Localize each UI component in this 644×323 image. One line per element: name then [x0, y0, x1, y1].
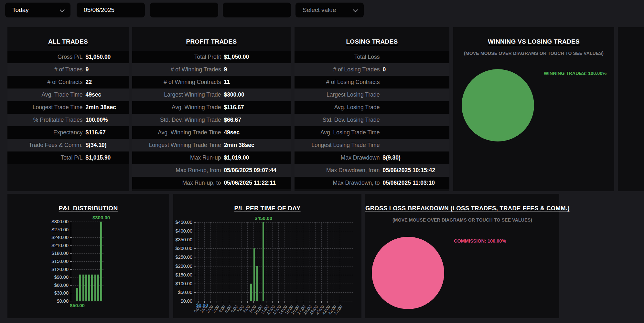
stat-row: Largest Winning Trade$300.00	[132, 89, 291, 101]
stat-row-value: 05/06/2025 11:03:10	[382, 180, 449, 186]
gridline	[195, 248, 353, 249]
stat-row: # of Contracts22	[7, 76, 129, 89]
y-tick-label: $60.00	[43, 283, 69, 288]
pnl-bar[interactable]	[76, 288, 78, 301]
stat-row: Avg. Trade Time49sec	[7, 89, 129, 101]
y-tick-label: $350.00	[166, 237, 192, 242]
stat-row-label: Total P/L	[7, 154, 83, 161]
pnl-bar[interactable]	[91, 275, 93, 301]
chevron-down-icon	[353, 7, 358, 13]
gridline	[195, 231, 353, 231]
gridline	[71, 237, 103, 238]
x-tick	[229, 301, 229, 303]
gridline	[266, 222, 266, 301]
x-tick	[315, 301, 316, 303]
stat-row-label: Longest Trade Time	[7, 104, 83, 111]
pnl-bar[interactable]	[82, 275, 84, 301]
stat-row-value: 05/06/2025 09:07:44	[224, 167, 291, 174]
stat-row-label: Total Loss	[295, 54, 380, 60]
stat-row-label: Largest Losing Trade	[295, 91, 380, 98]
stat-row-value: $116.67	[224, 104, 291, 111]
x-tick	[327, 301, 328, 303]
y-tick	[70, 237, 72, 238]
stat-row: Avg. Winning Trade Time49sec	[132, 126, 291, 139]
stat-row-value: $1,015.90	[86, 154, 129, 161]
stat-row: Max Drawdown$(9.30)	[295, 151, 449, 164]
y-tick-label: $450.00	[166, 220, 192, 225]
gridline	[217, 222, 217, 301]
time-bar[interactable]	[256, 266, 258, 301]
x-tick	[284, 301, 285, 303]
y-tick	[70, 301, 72, 301]
gridline	[71, 245, 103, 246]
x-tick	[297, 301, 297, 303]
stat-row-label: Max Drawdown, to	[295, 180, 380, 186]
stat-row: Longest Winning Trade Time2min 38sec	[132, 139, 291, 151]
stat-row-label: Avg. Losing Trade	[295, 104, 380, 111]
stat-row-value: 2min 38sec	[86, 104, 129, 111]
y-tick-label: $150.00	[166, 272, 192, 277]
stat-row-label: Largest Winning Trade	[132, 91, 221, 98]
gridline	[340, 222, 340, 301]
pnl-bar[interactable]	[88, 275, 90, 301]
pnl-bar[interactable]	[94, 275, 96, 301]
y-tick-label: $50.00	[166, 290, 192, 295]
y-tick	[70, 222, 72, 222]
gridline	[71, 269, 103, 270]
y-tick-label: $180.00	[43, 251, 69, 256]
pnl-bar[interactable]	[79, 275, 81, 301]
winning-trades-pie[interactable]	[462, 69, 534, 141]
gridline	[291, 222, 291, 301]
commission-pie[interactable]	[372, 237, 444, 309]
period-select[interactable]: Today	[5, 3, 70, 17]
stat-row-value: 9	[86, 66, 129, 73]
x-tick	[272, 301, 273, 303]
y-tick-label: $240.00	[43, 235, 69, 240]
stat-row-label: # of Losing Trades	[295, 66, 380, 73]
x-tick	[291, 301, 291, 303]
value-select[interactable]: Select value	[295, 3, 364, 17]
stat-row-value: 11	[224, 79, 291, 86]
date-input[interactable]: 05/06/2025	[77, 3, 145, 17]
stat-row-label: Max Run-up, to	[132, 180, 221, 186]
time-bar[interactable]	[253, 248, 255, 301]
stat-row: Expectancy$116.67	[7, 126, 129, 139]
gridline	[204, 222, 205, 301]
text-input-3[interactable]	[150, 3, 218, 17]
gridline	[297, 222, 297, 301]
stat-row-label: Std. Dev. Winning Trade	[132, 117, 221, 123]
stat-row-label: Max Drawdown	[295, 154, 380, 161]
gridline	[315, 222, 316, 301]
stat-row: Total Loss	[295, 51, 449, 63]
stat-row: Largest Losing Trade	[295, 89, 449, 101]
date-input-value: 05/06/2025	[77, 6, 114, 14]
stat-row: Total P/L$1,015.90	[7, 151, 129, 164]
stat-row: # of Trades9	[7, 63, 129, 76]
stat-row-value: $66.67	[224, 117, 291, 123]
y-tick	[70, 269, 72, 270]
pnl-bar[interactable]	[100, 222, 102, 301]
text-input-4[interactable]	[223, 3, 291, 17]
stat-row: Std. Dev. Winning Trade$66.67	[132, 114, 291, 126]
y-tick	[194, 257, 196, 257]
pnl-bar[interactable]	[97, 275, 99, 301]
x-tick	[334, 301, 334, 303]
stat-row: Longest Trade Time2min 38sec	[7, 101, 129, 114]
x-tick	[278, 301, 279, 303]
stat-row-value: $(34.10)	[86, 142, 129, 149]
stat-row-label: Gross P/L	[7, 54, 83, 60]
x-tick	[321, 301, 322, 303]
time-bar[interactable]	[263, 222, 264, 301]
stat-row: Total Profit$1,050.00	[132, 51, 291, 63]
stat-row-value: 100.00%	[86, 117, 129, 123]
gross-loss-subtitle: (MOVE MOUSE OVER DIAGRAMS OR TOUCH TO SE…	[365, 217, 559, 223]
period-select-value: Today	[5, 6, 29, 14]
y-tick-label: $300.00	[43, 219, 69, 224]
pnl-bar[interactable]	[85, 275, 87, 301]
profit-trades-title: PROFIT TRADES	[132, 38, 291, 45]
time-bar[interactable]	[250, 284, 252, 301]
stat-row-label: # of Contracts	[7, 79, 83, 86]
gridline	[321, 222, 322, 301]
stat-row-label: Max Run-up	[132, 154, 221, 161]
stat-row-label: Max Run-up, from	[132, 167, 221, 174]
